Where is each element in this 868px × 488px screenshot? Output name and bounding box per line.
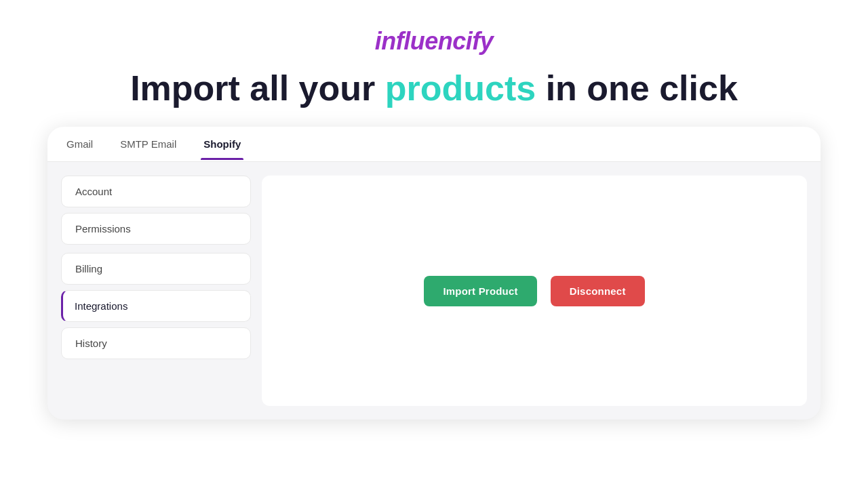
- main-card: Gmail SMTP Email Shopify Account Permiss…: [47, 127, 821, 420]
- sidebar: Account Permissions Billing Integrations…: [61, 176, 251, 406]
- headline: Import all your products in one click: [130, 69, 738, 108]
- sidebar-item-billing[interactable]: Billing: [61, 253, 251, 285]
- logo-container: influencify: [375, 27, 494, 56]
- sidebar-item-permissions[interactable]: Permissions: [61, 213, 251, 245]
- disconnect-button[interactable]: Disconnect: [551, 276, 645, 306]
- tabs-bar: Gmail SMTP Email Shopify: [47, 127, 821, 162]
- headline-highlight: products: [385, 68, 536, 108]
- sidebar-item-account[interactable]: Account: [61, 176, 251, 207]
- tab-smtp-email[interactable]: SMTP Email: [117, 129, 179, 159]
- main-panel: Import Product Disconnect: [262, 176, 807, 406]
- tab-shopify[interactable]: Shopify: [201, 129, 243, 159]
- sidebar-item-integrations[interactable]: Integrations: [61, 290, 251, 322]
- import-product-button[interactable]: Import Product: [424, 276, 536, 306]
- tab-gmail[interactable]: Gmail: [64, 129, 96, 159]
- logo: influencify: [375, 27, 494, 55]
- sidebar-group-top: Account Permissions: [61, 176, 251, 245]
- headline-suffix: in one click: [536, 68, 738, 108]
- headline-prefix: Import all your: [130, 68, 385, 108]
- content-area: Account Permissions Billing Integrations…: [47, 162, 821, 420]
- sidebar-item-history[interactable]: History: [61, 327, 251, 359]
